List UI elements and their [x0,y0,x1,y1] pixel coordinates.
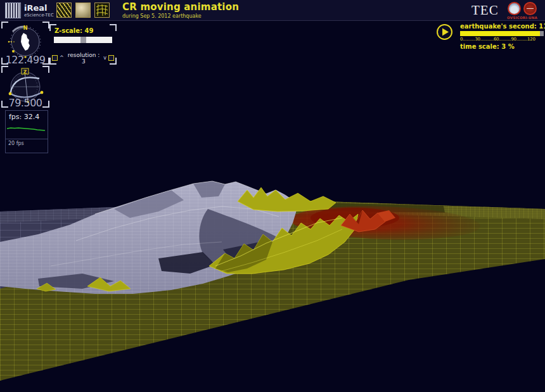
zscale-slider[interactable] [54,37,112,43]
corner-bracket [42,66,49,73]
zscale-label: Z-scale: 49 [54,27,93,34]
texture-toolbar [56,3,110,18]
ireal-logo-icon [5,3,21,18]
app-window: iReal eScience-TEC CR moving animation d… [0,0,545,392]
divider [6,139,48,139]
app-logo: iReal eScience-TEC [5,3,54,18]
fps-panel: fps: 32.4 20 fps [5,110,48,153]
org-logos: OVSICORI-UNA [503,2,542,20]
tec-logo-text: TEC [471,3,499,18]
time-scale-label: time scale: 3 % [460,43,544,50]
playback-panel: earthquake's second: 115 0..........30..… [460,23,544,50]
header-bar: iReal eScience-TEC CR moving animation d… [0,0,545,21]
compass-widget[interactable]: N 122.499 [3,23,48,63]
timeline-bar[interactable] [460,31,544,36]
z-axis-label: Z [23,69,27,75]
page-subtitle: during Sep 5. 2012 earthquake [122,14,239,19]
play-button[interactable] [436,23,453,41]
resolution-checkbox-left[interactable] [52,55,58,61]
earthquake-second-label: earthquake's second: 115 [460,23,544,30]
logo-title: iReal [24,4,54,12]
corner-bracket [42,22,49,28]
corner-bracket [110,24,117,31]
corner-bracket [1,66,8,73]
fps-value: fps: 32.4 [9,113,39,121]
wireframe-texture-button[interactable] [94,3,110,18]
resolution-row: ^ resolution : 3 v [52,54,114,62]
resolution-down-button[interactable]: v [103,55,106,61]
fps-sparkline [6,122,46,137]
shaded-texture-button[interactable] [75,3,91,18]
timeline-handle[interactable] [540,31,544,36]
page-title: CR moving animation [122,3,239,12]
timeline-ruler: 0..........30...........60..........90..… [460,37,544,42]
tilt-value: 79.500 [3,97,48,109]
resolution-label: resolution : [68,52,100,58]
corner-bracket [1,22,8,28]
heading-value: 122.499 [3,54,48,66]
logo-subtitle: eScience-TEC [24,13,54,18]
volcano-logo-icon [508,2,521,15]
arcball-widget[interactable]: Z 79.500 [3,67,48,106]
hatch-texture-button[interactable] [56,3,72,18]
play-icon [436,23,453,41]
org-label: OVSICORI-UNA [503,16,542,20]
timeline-progress-fill [460,31,541,36]
resolution-value: 3 [82,58,86,65]
north-label: N [23,25,28,31]
zscale-slider-handle[interactable] [80,37,86,43]
zscale-panel: Z-scale: 49 ^ resolution : 3 v [51,25,115,63]
seismograph-logo-icon [523,2,537,15]
resolution-up-button[interactable]: ^ [60,55,64,61]
resolution-checkbox-right[interactable] [108,55,114,61]
fps-baseline-label: 20 fps [8,141,24,146]
wireframe-icon [96,4,108,16]
